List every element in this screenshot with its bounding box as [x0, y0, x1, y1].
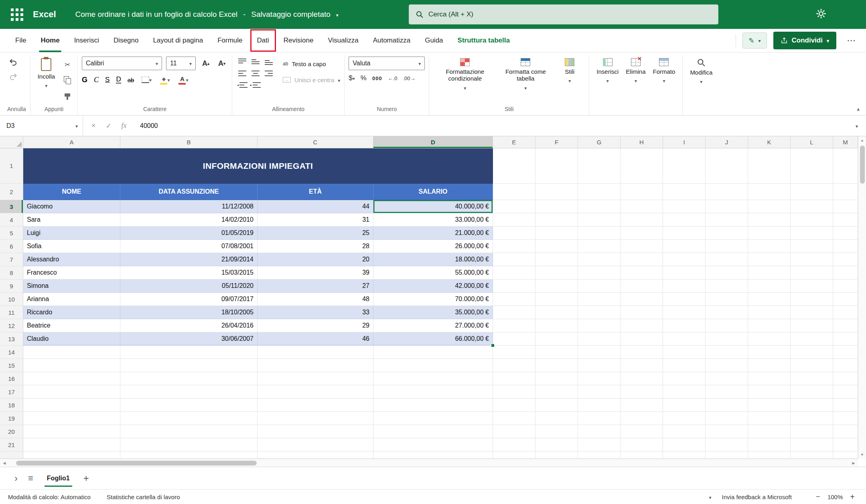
cell-J17[interactable] [706, 385, 748, 399]
cell-C16[interactable] [258, 372, 373, 385]
cell-M16[interactable] [833, 372, 858, 385]
cell-H1[interactable] [621, 148, 663, 184]
decrease-font-button[interactable]: A▾ [216, 58, 228, 69]
tab-home[interactable]: Home [33, 29, 67, 52]
cell-E1[interactable] [493, 148, 535, 184]
cell-E3[interactable] [493, 200, 535, 213]
cell-D11[interactable]: 35.000,00 € [373, 306, 493, 319]
cell-D10[interactable]: 70.000,00 € [373, 293, 493, 306]
cell-J10[interactable] [706, 293, 748, 306]
cell-J18[interactable] [706, 399, 748, 412]
cut-button[interactable] [61, 59, 73, 70]
borders-button[interactable] [140, 74, 152, 85]
cell-F16[interactable] [535, 372, 578, 385]
cell-C8[interactable]: 39 [258, 266, 373, 279]
column-header-A[interactable]: A [23, 136, 120, 148]
cell-B10[interactable]: 09/07/2017 [120, 293, 258, 306]
cell-D22[interactable] [373, 451, 493, 459]
cell-A6[interactable]: Sofia [23, 240, 120, 253]
cell-C4[interactable]: 31 [258, 213, 373, 227]
column-header-D[interactable]: D [373, 136, 493, 148]
align-left-button[interactable] [236, 68, 248, 79]
cell-M5[interactable] [833, 227, 858, 240]
cell-D8[interactable]: 55.000,00 € [373, 266, 493, 279]
cell-E20[interactable] [493, 425, 535, 438]
formula-input[interactable]: 40000 [134, 115, 848, 136]
cell-B9[interactable]: 05/11/2020 [120, 279, 258, 293]
cell-J2[interactable] [706, 184, 748, 200]
cell-B14[interactable] [120, 346, 258, 359]
cell-H4[interactable] [621, 213, 663, 227]
cell-J3[interactable] [706, 200, 748, 213]
table-header-C2[interactable]: ETÀ [258, 184, 373, 200]
cell-A9[interactable]: Simona [23, 279, 120, 293]
cell-M22[interactable] [833, 451, 858, 459]
cell-K15[interactable] [748, 359, 791, 372]
cell-F5[interactable] [535, 227, 578, 240]
cell-G1[interactable] [578, 148, 621, 184]
cell-L22[interactable] [791, 451, 833, 459]
cell-L2[interactable] [791, 184, 833, 200]
cell-L10[interactable] [791, 293, 833, 306]
cell-B17[interactable] [120, 385, 258, 399]
conditional-formatting-button[interactable]: Formattazione condizionale [433, 57, 497, 93]
cell-J1[interactable] [706, 148, 748, 184]
row-header-3[interactable]: 3 [0, 200, 23, 213]
cell-B8[interactable]: 15/03/2015 [120, 266, 258, 279]
cell-G17[interactable] [578, 385, 621, 399]
cell-B3[interactable]: 11/12/2008 [120, 200, 258, 213]
table-header-A2[interactable]: NOME [23, 184, 120, 200]
vertical-scroll-track[interactable] [858, 144, 866, 451]
app-launcher-button[interactable] [8, 6, 26, 23]
cell-K12[interactable] [748, 319, 791, 332]
editing-button[interactable]: Modifica [687, 57, 716, 86]
cell-J11[interactable] [706, 306, 748, 319]
number-format-select[interactable]: Valuta [349, 57, 425, 70]
cell-J6[interactable] [706, 240, 748, 253]
cell-A17[interactable] [23, 385, 120, 399]
cell-E16[interactable] [493, 372, 535, 385]
cell-K2[interactable] [748, 184, 791, 200]
cell-I9[interactable] [663, 279, 706, 293]
calc-mode-button[interactable]: Modalità di calcolo: Automatico [8, 494, 91, 500]
save-status[interactable]: Salvataggio completato [251, 10, 331, 19]
tab-automatizza[interactable]: Automatizza [366, 29, 418, 52]
row-header-15[interactable]: 15 [0, 359, 23, 372]
cell-I10[interactable] [663, 293, 706, 306]
redo-button[interactable] [7, 71, 19, 82]
cell-B16[interactable] [120, 372, 258, 385]
cell-K7[interactable] [748, 253, 791, 266]
cell-L21[interactable] [791, 438, 833, 451]
format-painter-button[interactable] [61, 89, 73, 101]
cell-C14[interactable] [258, 346, 373, 359]
cell-I13[interactable] [663, 332, 706, 346]
cell-G19[interactable] [578, 412, 621, 425]
cell-A10[interactable]: Arianna [23, 293, 120, 306]
cell-L5[interactable] [791, 227, 833, 240]
tab-disegno[interactable]: Disegno [106, 29, 146, 52]
cell-M4[interactable] [833, 213, 858, 227]
cell-I17[interactable] [663, 385, 706, 399]
column-header-H[interactable]: H [621, 136, 663, 148]
cell-L4[interactable] [791, 213, 833, 227]
cell-G16[interactable] [578, 372, 621, 385]
cell-D16[interactable] [373, 372, 493, 385]
cell-M7[interactable] [833, 253, 858, 266]
more-options-button[interactable]: ⋯ [843, 35, 860, 46]
cell-E13[interactable] [493, 332, 535, 346]
cell-I5[interactable] [663, 227, 706, 240]
cell-K19[interactable] [748, 412, 791, 425]
cell-A18[interactable] [23, 399, 120, 412]
cell-K21[interactable] [748, 438, 791, 451]
feedback-link[interactable]: Invia feedback a Microsoft [722, 494, 792, 500]
cell-I2[interactable] [663, 184, 706, 200]
cell-A3[interactable]: Giacomo [23, 200, 120, 213]
cell-M13[interactable] [833, 332, 858, 346]
row-header-7[interactable]: 7 [0, 253, 23, 266]
row-header-8[interactable]: 8 [0, 266, 23, 279]
row-header-18[interactable]: 18 [0, 399, 23, 412]
cell-H10[interactable] [621, 293, 663, 306]
cell-J4[interactable] [706, 213, 748, 227]
editing-mode-button[interactable] [742, 32, 767, 49]
cell-G5[interactable] [578, 227, 621, 240]
